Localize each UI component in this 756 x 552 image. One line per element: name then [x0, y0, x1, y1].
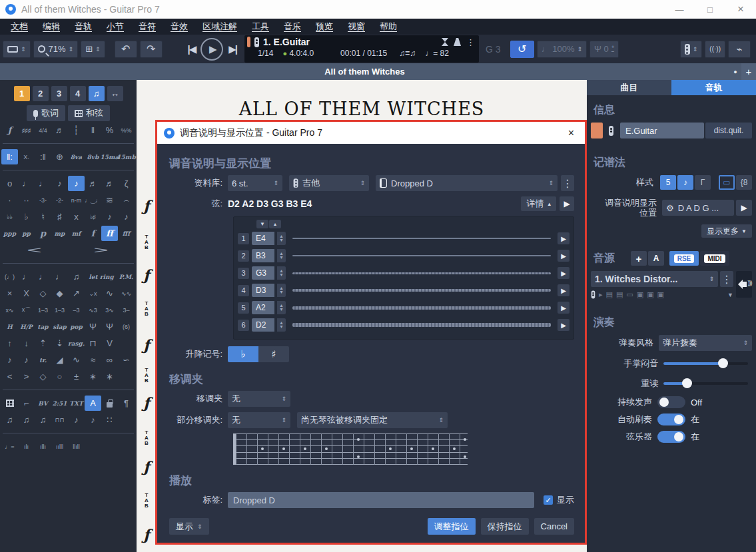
dyn-f-icon[interactable]: f — [85, 226, 101, 241]
track-kebab-icon[interactable]: ⋮ — [466, 37, 475, 47]
section-letter-icon[interactable]: A — [85, 396, 101, 411]
adjust-fingering-button[interactable]: 调整指位 — [428, 518, 476, 535]
hammer-on-icon[interactable]: ♫ — [68, 269, 85, 284]
sixteenth-note-icon[interactable]: ♬ — [85, 176, 101, 191]
slash-style-icon[interactable]: Γ — [695, 175, 711, 190]
dyn-pp-icon[interactable]: pp — [18, 226, 35, 241]
hourglass-icon[interactable] — [442, 38, 448, 46]
slide-legato-icon[interactable]: 1–3 — [35, 302, 51, 318]
voice-1-button[interactable]: 1 — [14, 86, 30, 101]
string-move-up-button[interactable]: ▴ — [269, 220, 281, 228]
soundbank-kebab[interactable]: ⋮ — [720, 271, 733, 287]
beam-split-icon[interactable]: ♫ — [35, 412, 51, 427]
redo-button[interactable]: ↷ — [140, 41, 163, 58]
fingering-6-icon[interactable]: (6) — [118, 319, 135, 334]
track-info-panel[interactable]: 1. E.Guitar ⋮ 1/14 ● 4.0:4.0 00:01 / 01:… — [244, 35, 479, 63]
beam-auto-icon[interactable]: ♫ — [1, 412, 18, 427]
prev-button[interactable]: |◀ — [188, 43, 196, 55]
midi-button[interactable]: MIDI — [700, 251, 729, 266]
voice-3-button[interactable]: 3 — [51, 86, 67, 101]
details-button[interactable]: 详情▴ — [521, 196, 556, 211]
menu-item-4[interactable]: 音符 — [132, 19, 163, 34]
tab-track[interactable]: 音轨 — [671, 80, 756, 95]
menu-item-5[interactable]: 音效 — [164, 19, 194, 34]
tab-song[interactable]: 曲目 — [587, 80, 671, 95]
signal-chain[interactable]: ▸ ▤ ▤ ▭ ▣ ▣ ▣ ▼ — [591, 290, 733, 300]
tapping-icon[interactable]: tap — [35, 319, 51, 334]
fermata-icon[interactable]: ⌢ — [118, 192, 135, 208]
chord-diagram-icon[interactable] — [1, 396, 18, 411]
dyn-mp-icon[interactable]: mp — [51, 226, 68, 241]
transpose-control[interactable]: Ψ 0+− — [589, 41, 619, 58]
show-checkbox[interactable]: ✓ — [544, 495, 553, 505]
eighth-note-icon[interactable]: ♪ — [51, 176, 68, 191]
tempo-automation-icon[interactable]: ♩= — [1, 439, 18, 454]
cancel-button[interactable]: Cancel — [534, 518, 574, 535]
maximize-button[interactable]: □ — [695, 0, 725, 19]
heavy-accent-icon[interactable]: ♩ — [35, 269, 51, 284]
menu-item-0[interactable]: 文档 — [4, 19, 35, 34]
menu-item-10[interactable]: 视窗 — [341, 19, 372, 34]
thirty-second-note-icon[interactable]: ♬ — [101, 176, 118, 191]
artificial-harmonic-icon[interactable]: ○ — [51, 369, 68, 384]
downstroke-icon[interactable]: ↓ — [18, 336, 35, 351]
slide-out-up-icon[interactable]: 3– — [118, 302, 135, 318]
staccato-icon[interactable]: ♩ — [51, 269, 68, 284]
mordent-icon[interactable]: ∿ — [68, 352, 85, 368]
relative-speed-control[interactable]: ♩ 100%⇕ — [537, 41, 587, 58]
sharp-icon[interactable]: ♯ — [51, 209, 68, 224]
dive-icon[interactable]: ⌄x — [85, 286, 101, 301]
natural-icon[interactable]: ♮ — [35, 209, 51, 224]
lyrics-button[interactable]: 歌词 — [27, 105, 65, 121]
autobrush-toggle[interactable] — [657, 414, 685, 425]
instrument-select[interactable]: 吉他⇕ — [289, 175, 369, 191]
minimize-button[interactable]: — — [664, 0, 695, 19]
sustain-toggle[interactable] — [657, 396, 685, 408]
dialog-titlebar[interactable]: 调音说明与显示位置 - Guitar Pro 7 × — [157, 122, 585, 144]
grace-acciaccatura-icon[interactable]: ♪ — [1, 352, 18, 368]
string-play-button[interactable]: ▶ — [558, 284, 569, 296]
whole-note-icon[interactable]: o — [1, 176, 18, 191]
document-tab[interactable]: All of them Witches — [0, 67, 729, 77]
track-short-name-field[interactable]: dist.quit. — [705, 123, 752, 138]
rest-icon[interactable]: ζ — [118, 176, 135, 191]
slide-out-down-icon[interactable]: 3∿ — [101, 302, 118, 318]
pick-up-icon[interactable]: V — [101, 336, 118, 351]
dialog-close-button[interactable]: × — [564, 127, 578, 139]
ottava-bassa-icon[interactable]: 8vb — [85, 149, 101, 164]
loop-button[interactable]: ↺ — [510, 41, 534, 58]
string-play-button[interactable]: ▶ — [558, 267, 569, 279]
flat-icon[interactable]: ♭ — [18, 209, 35, 224]
paragraph-mark-icon[interactable]: ¶ — [118, 396, 135, 411]
wide-vibrato-icon[interactable]: ∿∿ — [118, 286, 135, 301]
quindicesima-bassa-icon[interactable]: 15mb — [118, 149, 135, 164]
accent-mark-icon[interactable]: < — [1, 369, 18, 384]
string-move-down-button[interactable]: ▼ — [256, 220, 268, 228]
simile-mark-icon[interactable]: % — [101, 123, 118, 138]
string-note-stepper[interactable]: ▲▼ — [277, 301, 286, 314]
track-mute-button[interactable] — [736, 271, 752, 298]
menu-item-1[interactable]: 编辑 — [36, 19, 67, 34]
play-button[interactable]: ▶ — [200, 38, 223, 61]
ottava-alta-icon[interactable]: 8va — [68, 149, 85, 164]
ornament-star-2-icon[interactable]: ∗ — [101, 369, 118, 384]
double-flat-icon[interactable]: ♭♭ — [1, 209, 18, 224]
tablature-style-icon[interactable]: 5 — [660, 175, 676, 190]
inverted-turn-icon[interactable]: ∞ — [101, 352, 118, 368]
pickstroke-alt-icon[interactable]: ± — [68, 369, 85, 384]
pinch-harmonic-icon[interactable]: ◆ — [51, 286, 68, 301]
soundbank-select[interactable]: 1. Witches Distor...⇕ — [591, 271, 718, 287]
standard-style-icon[interactable]: ♪ — [677, 175, 693, 190]
menu-item-8[interactable]: 音乐 — [277, 19, 308, 34]
dyn-ff-icon[interactable]: ff — [101, 226, 118, 241]
slapping-icon[interactable]: slap — [51, 319, 68, 334]
ghost-note-icon[interactable]: (♩) — [1, 269, 18, 284]
string-note-value[interactable]: D3 — [252, 284, 274, 297]
voice-2-button[interactable]: 2 — [33, 86, 49, 101]
harmonic-icon[interactable]: ◇ — [35, 286, 51, 301]
slide-in-below-icon[interactable]: –3 — [68, 302, 85, 318]
popping-icon[interactable]: pop — [68, 319, 85, 334]
upstroke-icon[interactable]: ↑ — [1, 336, 18, 351]
tuplet-icon[interactable]: ♬ — [51, 123, 68, 138]
chords-button[interactable]: 和弦 — [68, 105, 110, 121]
